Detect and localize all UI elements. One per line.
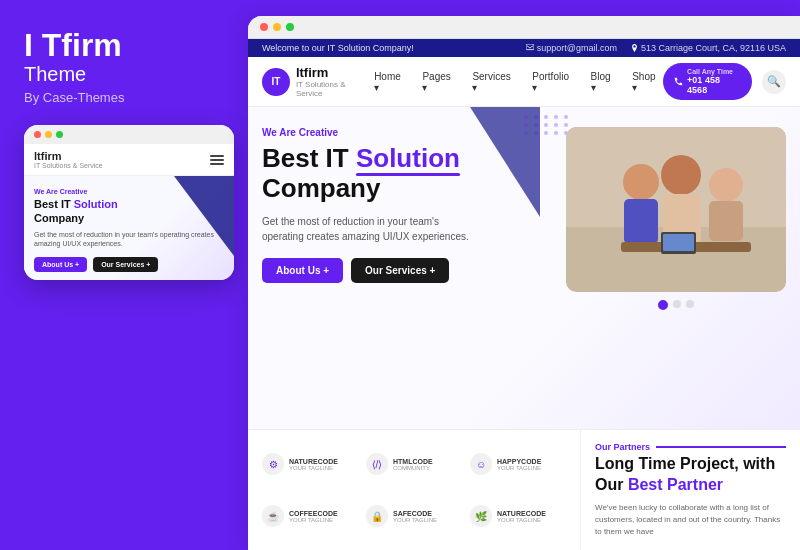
partner-text-6: NATURECODE YOUR TAGLINE (497, 510, 546, 523)
partner-icon-2: ⟨/⟩ (366, 453, 388, 475)
nav-item-blog[interactable]: Blog ▾ (591, 71, 619, 93)
hero-heading: Best IT SolutionCompany (262, 144, 550, 204)
nav-phone: Call Any Time +01 458 4568 (663, 63, 752, 100)
mobile-hero: We Are Creative Best IT Solution Company… (24, 176, 234, 280)
browser-dot-red (260, 23, 268, 31)
mobile-triangle (174, 176, 234, 256)
svg-rect-11 (663, 234, 694, 251)
mobile-services-button[interactable]: Our Services + (93, 257, 158, 272)
dot-yellow (45, 131, 52, 138)
brand-subtitle: Theme (24, 63, 224, 86)
nav-item-home[interactable]: Home ▾ (374, 71, 408, 93)
partner-text-1: NATURECODE YOUR TAGLINE (289, 458, 338, 471)
partner-naturecode-1: ⚙ NATURECODE YOUR TAGLINE (262, 453, 358, 475)
hero-services-button[interactable]: Our Services + (351, 258, 449, 283)
partner-safecode: 🔒 SAFECODE YOUR TAGLINE (366, 505, 462, 527)
svg-rect-0 (526, 44, 534, 50)
mobile-about-button[interactable]: About Us + (34, 257, 87, 272)
hamburger-menu[interactable] (210, 155, 224, 165)
hero-about-button[interactable]: About Us + (262, 258, 343, 283)
partner-text-3: HAPPYCODE YOUR TAGLINE (497, 458, 541, 471)
partner-icon-6: 🌿 (470, 505, 492, 527)
phone-icon (673, 77, 683, 87)
partner-happycode: ☺ HAPPYCODE YOUR TAGLINE (470, 453, 566, 475)
top-bar-contact: support@gmail.com 513 Carriage Court, CA… (526, 43, 786, 53)
partner-icon-4: ☕ (262, 505, 284, 527)
email-icon (526, 44, 534, 52)
hero-photo (566, 127, 786, 292)
nav-item-portfolio[interactable]: Portfolio ▾ (532, 71, 576, 93)
hero-desc: Get the most of reduction in your team's… (262, 214, 482, 244)
partner-htmlcode: ⟨/⟩ HTMLCODE COMMUNITY (366, 453, 462, 475)
svg-rect-4 (624, 199, 658, 244)
browser-chrome (248, 16, 800, 39)
partner-text-2: HTMLCODE COMMUNITY (393, 458, 433, 471)
nav-logo-info: ltfirm IT Solutions & Service (296, 65, 374, 98)
partners-heading-accent: Best Partner (628, 476, 723, 493)
partner-coffeecode: ☕ COFFEECODE YOUR TAGLINE (262, 505, 358, 527)
hero-buttons: About Us + Our Services + (262, 258, 550, 283)
mobile-buttons: About Us + Our Services + (34, 257, 224, 272)
mobile-logo: ltfirm IT Solutions & Service (34, 150, 103, 169)
right-panel: Welcome to our IT Solution Company! supp… (248, 16, 800, 550)
dot-red (34, 131, 41, 138)
main-nav: IT ltfirm IT Solutions & Service Home ▾ … (248, 57, 800, 107)
svg-point-5 (661, 155, 701, 195)
top-bar-welcome: Welcome to our IT Solution Company! (262, 43, 414, 53)
hero-image (566, 127, 786, 292)
location-icon (631, 44, 638, 52)
partners-heading: Long Time Project, with Our Best Partner (595, 454, 786, 496)
phone-info: Call Any Time +01 458 4568 (687, 68, 742, 95)
mobile-heading-company: Company (34, 212, 84, 224)
svg-rect-8 (709, 201, 743, 241)
nav-logo-icon: IT (262, 68, 290, 96)
svg-point-7 (709, 168, 743, 202)
nav-item-shop[interactable]: Shop ▾ (632, 71, 663, 93)
partner-icon-3: ☺ (470, 453, 492, 475)
partners-logos: ⚙ NATURECODE YOUR TAGLINE ⟨/⟩ HTMLCODE C… (248, 430, 580, 550)
brand-title: I Tfirm (24, 28, 224, 63)
hero-dot-2[interactable] (673, 300, 681, 308)
partner-icon-1: ⚙ (262, 453, 284, 475)
nav-cta: Call Any Time +01 458 4568 🔍 (663, 63, 786, 100)
dot-green (56, 131, 63, 138)
hero-slider-dots (658, 300, 694, 310)
mobile-heading-solution: Solution (74, 198, 118, 210)
mobile-preview-card: ltfirm IT Solutions & Service We Are Cre… (24, 125, 234, 280)
hero-image-column (566, 127, 786, 419)
partners-desc: We've been lucky to collaborate with a l… (595, 502, 786, 538)
browser-dot-green (286, 23, 294, 31)
top-bar: Welcome to our IT Solution Company! supp… (248, 39, 800, 57)
brand-author: By Case-Themes (24, 90, 224, 105)
nav-logo: IT ltfirm IT Solutions & Service (262, 65, 374, 98)
nav-item-pages[interactable]: Pages ▾ (422, 71, 458, 93)
mobile-nav: ltfirm IT Solutions & Service (24, 144, 234, 176)
nav-search-button[interactable]: 🔍 (762, 70, 786, 94)
left-panel: I Tfirm Theme By Case-Themes ltfirm IT S… (0, 0, 248, 550)
partner-text-5: SAFECODE YOUR TAGLINE (393, 510, 437, 523)
top-bar-email: support@gmail.com (526, 43, 617, 53)
hero-content: We Are Creative Best IT SolutionCompany … (262, 127, 550, 419)
hero-dot-1[interactable] (658, 300, 668, 310)
nav-item-services[interactable]: Services ▾ (472, 71, 518, 93)
mobile-card-dots (24, 125, 234, 144)
nav-items: Home ▾ Pages ▾ Services ▾ Portfolio ▾ Bl… (374, 71, 663, 93)
partners-label: Our Partners (595, 442, 786, 452)
partners-info: Our Partners Long Time Project, with Our… (580, 430, 800, 550)
svg-point-3 (623, 164, 659, 200)
hero-section: We Are Creative Best IT SolutionCompany … (248, 107, 800, 429)
mobile-heading-text: Best IT (34, 198, 74, 210)
partner-text-4: COFFEECODE YOUR TAGLINE (289, 510, 338, 523)
hero-creative: We Are Creative (262, 127, 550, 138)
hero-solution-text: Solution (356, 143, 460, 173)
hero-dot-3[interactable] (686, 300, 694, 308)
partner-icon-5: 🔒 (366, 505, 388, 527)
partner-naturecode-2: 🌿 NATURECODE YOUR TAGLINE (470, 505, 566, 527)
bottom-section: ⚙ NATURECODE YOUR TAGLINE ⟨/⟩ HTMLCODE C… (248, 429, 800, 550)
top-bar-address: 513 Carriage Court, CA, 92116 USA (631, 43, 786, 53)
browser-dot-yellow (273, 23, 281, 31)
